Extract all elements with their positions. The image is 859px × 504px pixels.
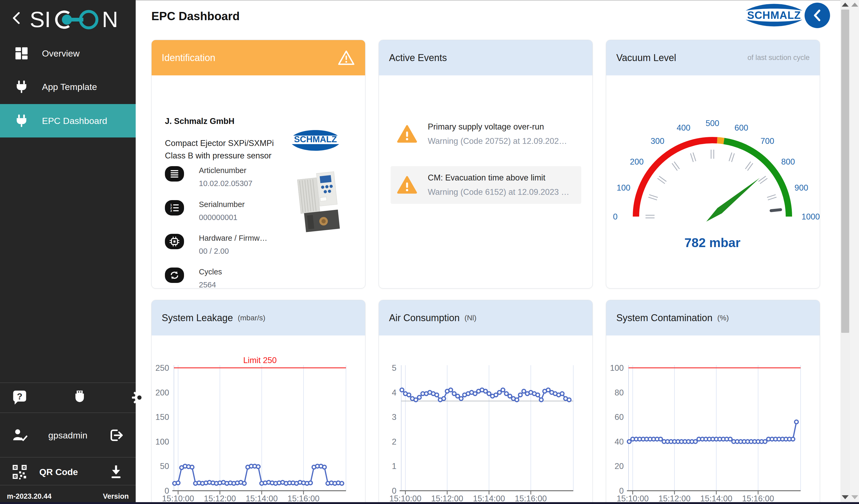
svg-text:800: 800 bbox=[781, 157, 795, 166]
card-title: Identification bbox=[162, 52, 215, 63]
field-label: Articlenumber bbox=[199, 166, 253, 175]
sidebar-collapse-button[interactable] bbox=[10, 11, 25, 26]
svg-text:15:12:00: 15:12:00 bbox=[659, 494, 691, 503]
air-consumption-header: Air Consumption (Nl) bbox=[379, 300, 592, 335]
usb-connector-icon[interactable] bbox=[72, 390, 88, 406]
svg-text:3: 3 bbox=[170, 209, 172, 212]
logo-text-n: N bbox=[102, 7, 118, 32]
event-detail: Warning (Code 20752) at 12.09.202… bbox=[428, 136, 567, 146]
field-articlenumber: Articlenumber 10.02.02.05307 bbox=[165, 166, 253, 188]
dashboard-grid-icon bbox=[14, 46, 29, 61]
field-hardware-firmware: Hardware / Firmw… 00 / 2.00 bbox=[165, 234, 267, 256]
event-item[interactable]: Primary supply voltage over-run Warning … bbox=[391, 115, 581, 153]
svg-text:Limit 250: Limit 250 bbox=[243, 356, 277, 365]
air-consumption-card: Air Consumption (Nl) 01234515:10:0015:12… bbox=[379, 300, 593, 504]
svg-text:15:14:00: 15:14:00 bbox=[246, 494, 278, 503]
svg-text:100: 100 bbox=[610, 363, 624, 372]
svg-text:15:10:00: 15:10:00 bbox=[389, 494, 421, 503]
divider bbox=[0, 485, 136, 485]
user-check-icon bbox=[12, 427, 28, 443]
svg-text:20: 20 bbox=[615, 461, 624, 471]
vacuum-level-header: Vacuum Level of last suction cycle bbox=[606, 40, 820, 75]
field-label: Cycles bbox=[199, 268, 222, 276]
svg-text:15:14:00: 15:14:00 bbox=[700, 494, 732, 503]
chevron-left-icon bbox=[804, 3, 830, 28]
scroll-up-arrow[interactable] bbox=[851, 3, 858, 6]
card-title: Air Consumption bbox=[389, 312, 459, 323]
version-row: m-2023.20.44 Version bbox=[0, 492, 136, 501]
field-label: Hardware / Firmw… bbox=[199, 234, 267, 243]
version-value: m-2023.20.44 bbox=[7, 492, 51, 501]
air-consumption-chart: 01234515:10:0015:12:0015:14:0015:16:00 bbox=[379, 335, 592, 504]
svg-text:?: ? bbox=[17, 391, 22, 401]
company-name: J. Schmalz GmbH bbox=[165, 117, 235, 126]
inner-scrollbar[interactable] bbox=[840, 0, 850, 504]
identification-card: Identification J. Schmalz GmbH Compact E… bbox=[151, 40, 365, 289]
svg-text:SCHMALZ: SCHMALZ bbox=[294, 134, 337, 144]
svg-text:700: 700 bbox=[760, 136, 774, 146]
download-icon[interactable] bbox=[108, 464, 124, 480]
system-contamination-header: System Contamination (%) bbox=[606, 300, 820, 335]
divider bbox=[0, 457, 136, 458]
active-events-card: Active Events Primary supply voltage ove… bbox=[379, 40, 593, 289]
vacuum-level-card: Vacuum Level of last suction cycle 01002… bbox=[606, 40, 820, 289]
svg-text:500: 500 bbox=[706, 119, 719, 128]
event-item[interactable]: CM: Evacuation time above limit Warning … bbox=[391, 166, 581, 204]
help-icon[interactable]: ? bbox=[12, 390, 28, 406]
sidebar: SI N Overview bbox=[0, 0, 136, 504]
card-title: Vacuum Level bbox=[616, 52, 676, 63]
sidebar-item-app-template[interactable]: App Template bbox=[0, 70, 136, 104]
panel-collapse-button[interactable] bbox=[804, 3, 830, 28]
svg-text:15:10:00: 15:10:00 bbox=[162, 494, 194, 503]
svg-text:1: 1 bbox=[170, 203, 172, 207]
field-cycles: Cycles 2564 bbox=[165, 268, 222, 289]
svg-text:2: 2 bbox=[170, 206, 172, 209]
logout-icon[interactable] bbox=[108, 427, 124, 443]
svg-text:300: 300 bbox=[651, 136, 664, 146]
sidebar-tools-row: ? bbox=[0, 390, 159, 406]
svg-text:5: 5 bbox=[392, 363, 396, 372]
cycle-arrows-icon bbox=[165, 268, 184, 283]
logo-text-si: SI bbox=[30, 7, 51, 32]
svg-text:15:16:00: 15:16:00 bbox=[742, 494, 774, 503]
svg-text:15:14:00: 15:14:00 bbox=[473, 494, 505, 503]
chip-icon bbox=[165, 234, 184, 249]
outer-scrollbar[interactable] bbox=[850, 0, 859, 504]
svg-text:3: 3 bbox=[392, 412, 396, 422]
card-title: System Leakage bbox=[162, 312, 233, 323]
svg-text:4: 4 bbox=[392, 388, 396, 397]
gear-icon[interactable] bbox=[132, 390, 147, 406]
svg-text:15:12:00: 15:12:00 bbox=[431, 494, 463, 503]
sidebar-item-overview[interactable]: Overview bbox=[0, 36, 136, 70]
svg-text:0: 0 bbox=[613, 212, 617, 222]
field-value: 2564 bbox=[199, 280, 222, 289]
sidebar-item-epc-dashboard[interactable]: EPC Dashboard bbox=[0, 104, 136, 137]
plug-icon bbox=[14, 113, 29, 128]
scroll-up-arrow[interactable] bbox=[842, 3, 849, 6]
svg-text:782 mbar: 782 mbar bbox=[684, 236, 741, 250]
sidebar-item-label: EPC Dashboard bbox=[42, 116, 107, 126]
card-unit: (Nl) bbox=[464, 314, 476, 322]
system-contamination-card: System Contamination (%) 02040608010015:… bbox=[606, 300, 820, 504]
system-leakage-card: System Leakage (mbar/s) 0501001502002501… bbox=[151, 300, 365, 504]
sidebar-item-label: Overview bbox=[42, 48, 80, 59]
divider bbox=[0, 382, 136, 383]
numbered-list-icon: 123 bbox=[165, 200, 184, 215]
card-unit: (%) bbox=[717, 314, 729, 322]
top-border bbox=[136, 0, 840, 1]
svg-text:400: 400 bbox=[677, 123, 690, 133]
system-leakage-chart: 05010015020025015:10:0015:12:0015:14:001… bbox=[152, 335, 365, 504]
card-title: System Contamination bbox=[616, 312, 712, 323]
field-value: 00 / 2.00 bbox=[199, 247, 267, 256]
vacuum-gauge: 01002003004005006007008009001000782 mbar bbox=[606, 75, 820, 289]
svg-text:40: 40 bbox=[615, 437, 624, 446]
svg-text:200: 200 bbox=[155, 388, 169, 397]
svg-text:100: 100 bbox=[155, 437, 169, 446]
identification-header: Identification bbox=[152, 40, 365, 75]
scroll-down-arrow[interactable] bbox=[851, 495, 858, 499]
card-unit: (mbar/s) bbox=[238, 314, 265, 322]
scroll-down-arrow[interactable] bbox=[842, 495, 849, 499]
event-detail: Warning (Code 6152) at 12.09.2023 … bbox=[428, 187, 569, 197]
sidebar-qr-row[interactable]: QR Code bbox=[0, 464, 136, 480]
scrollbar-thumb[interactable] bbox=[841, 10, 849, 333]
